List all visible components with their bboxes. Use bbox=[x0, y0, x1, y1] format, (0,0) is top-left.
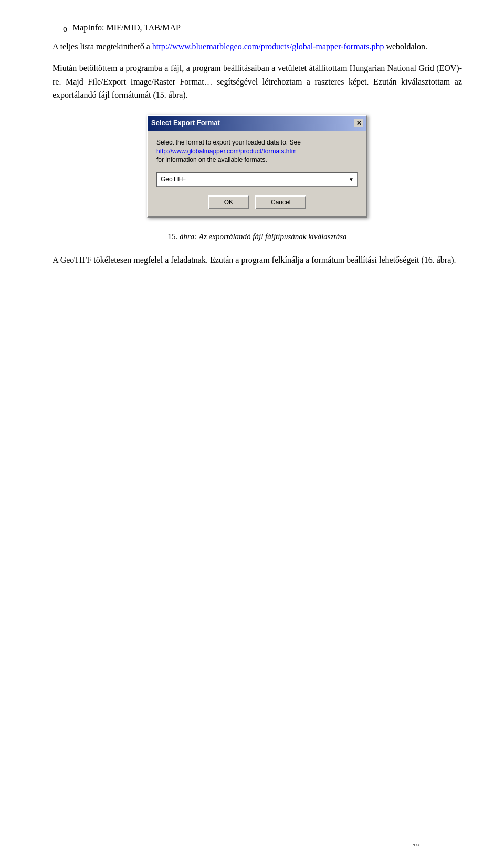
figure-number: 15. bbox=[168, 232, 178, 241]
bullet-text-mapinfo: MapInfo: MIF/MID, TAB/MAP bbox=[72, 21, 462, 35]
format-dropdown[interactable]: GeoTIFF ▼ bbox=[156, 172, 358, 187]
page-wrapper: o MapInfo: MIF/MID, TAB/MAP A teljes lis… bbox=[52, 21, 462, 846]
bullet-item-mapinfo: o MapInfo: MIF/MID, TAB/MAP bbox=[52, 21, 462, 36]
cancel-button[interactable]: Cancel bbox=[255, 195, 306, 209]
main-paragraph-2: A GeoTIFF tökéletesen megfelel a feladat… bbox=[52, 253, 462, 267]
dialog-dropdown-row: GeoTIFF ▼ bbox=[156, 172, 358, 187]
main-paragraph-1-text: Miután betöltöttem a programba a fájl, a… bbox=[52, 64, 462, 99]
close-icon: ✕ bbox=[356, 119, 361, 128]
main-paragraph-1: Miután betöltöttem a programba a fájl, a… bbox=[52, 61, 462, 102]
page-content: o MapInfo: MIF/MID, TAB/MAP A teljes lis… bbox=[52, 21, 462, 267]
page-number: 18 bbox=[412, 842, 420, 846]
dialog-close-button[interactable]: ✕ bbox=[354, 119, 363, 127]
intro-text-after: weboldalon. bbox=[384, 42, 427, 51]
bullet-circle-icon: o bbox=[63, 22, 67, 36]
figure-caption-15: 15. ábra: Az exportálandó fájl fáljtípus… bbox=[52, 230, 462, 243]
dropdown-arrow-icon: ▼ bbox=[349, 176, 354, 184]
ok-button[interactable]: OK bbox=[208, 195, 249, 209]
main-paragraph-2-text: A GeoTIFF tökéletesen megfelel a feladat… bbox=[52, 255, 456, 264]
dialog-desc-line1: Select the format to export your loaded … bbox=[156, 139, 301, 146]
dialog-wrapper: Select Export Format ✕ Select the format… bbox=[52, 115, 462, 218]
format-dropdown-value: GeoTIFF bbox=[161, 174, 186, 184]
dialog-desc-link[interactable]: http://www.globalmapper.com/product/form… bbox=[156, 148, 297, 155]
figure-caption-text: ábra: Az exportálandó fájl fáljtípusának… bbox=[180, 232, 346, 241]
select-export-format-dialog: Select Export Format ✕ Select the format… bbox=[147, 115, 368, 218]
intro-text-before: A teljes lista megtekinthető a bbox=[52, 42, 152, 51]
dialog-title: Select Export Format bbox=[151, 118, 220, 129]
dialog-description: Select the format to export your loaded … bbox=[156, 138, 358, 164]
dialog-buttons: OK Cancel bbox=[156, 195, 358, 209]
dialog-body: Select the format to export your loaded … bbox=[148, 131, 366, 217]
intro-paragraph: A teljes lista megtekinthető a http://ww… bbox=[52, 40, 462, 54]
intro-link[interactable]: http://www.bluemarblegeo.com/products/gl… bbox=[152, 42, 384, 51]
dialog-titlebar: Select Export Format ✕ bbox=[148, 116, 366, 131]
dialog-desc-line3: for information on the available formats… bbox=[156, 156, 267, 163]
